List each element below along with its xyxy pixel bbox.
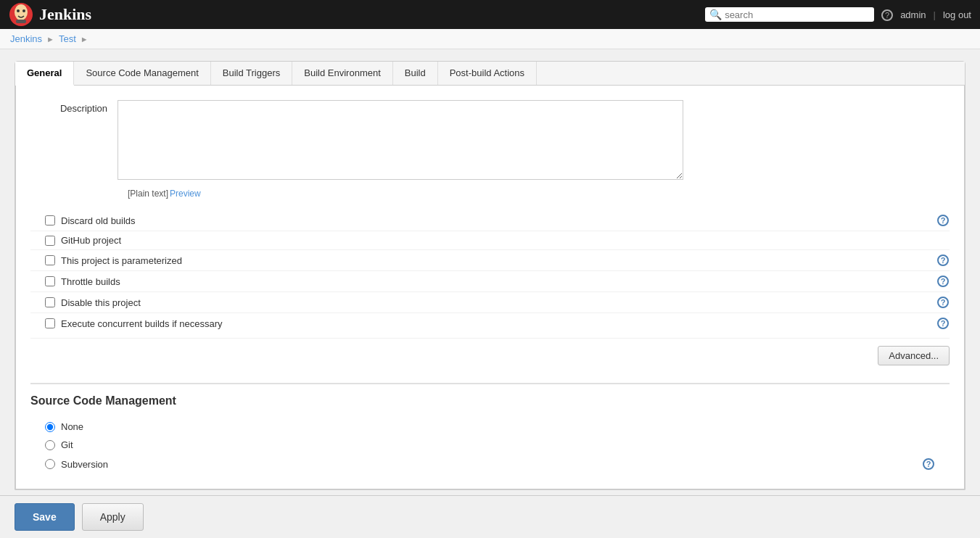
tab-build[interactable]: Build	[393, 62, 438, 85]
checkbox-label-parameterized: This project is parameterized	[61, 255, 182, 266]
plain-text-label: [Plain text]	[128, 189, 168, 199]
scm-title: Source Code Management	[30, 394, 950, 407]
scm-option-git: Git	[30, 436, 950, 454]
checkbox-disable[interactable]	[45, 297, 55, 307]
logo-area: Jenkins	[9, 2, 91, 27]
checkbox-row-parameterized: This project is parameterized?	[30, 249, 950, 270]
advanced-button[interactable]: Advanced...	[878, 346, 950, 365]
scm-options: NoneGitSubversion?	[30, 418, 950, 474]
tabs-container: GeneralSource Code ManagementBuild Trigg…	[15, 61, 965, 490]
tab-post-build[interactable]: Post-build Actions	[438, 62, 537, 85]
radio-label-git: Git	[61, 439, 73, 450]
radio-label-svn: Subversion	[61, 459, 108, 470]
radio-none[interactable]	[45, 422, 55, 432]
app-title: Jenkins	[39, 5, 91, 24]
checkbox-label-discard-old: Discard old builds	[61, 215, 136, 226]
description-textarea[interactable]	[118, 100, 683, 180]
main-content: GeneralSource Code ManagementBuild Trigg…	[0, 49, 980, 502]
checkbox-row-throttle: Throttle builds?	[30, 270, 950, 291]
checkbox-label-github-project: GitHub project	[61, 235, 121, 246]
breadcrumb: Jenkins ► Test ►	[0, 29, 980, 49]
preview-link[interactable]: Preview	[170, 189, 201, 199]
tabs-bar: GeneralSource Code ManagementBuild Trigg…	[15, 62, 965, 86]
scm-section: Source Code Management NoneGitSubversion…	[30, 383, 950, 474]
breadcrumb-test[interactable]: Test	[59, 33, 76, 44]
pipe-separator: |	[934, 9, 936, 20]
header: Jenkins 🔍 ? admin | log out	[0, 0, 980, 29]
breadcrumb-arrow-2: ►	[81, 35, 88, 44]
tab-content: Description [Plain text] Preview Discard…	[15, 86, 965, 489]
search-icon: 🔍	[709, 9, 722, 20]
scm-option-svn: Subversion?	[30, 454, 950, 474]
jenkins-logo-icon	[9, 2, 33, 27]
help-icon[interactable]: ?	[881, 8, 893, 21]
checkbox-label-concurrent: Execute concurrent builds if necessary	[61, 318, 223, 329]
breadcrumb-jenkins[interactable]: Jenkins	[10, 33, 42, 44]
tab-build-environment[interactable]: Build Environment	[292, 62, 393, 85]
checkbox-parameterized[interactable]	[45, 255, 55, 265]
radio-svn[interactable]	[45, 459, 55, 469]
search-wrapper: 🔍	[705, 7, 874, 22]
description-row: Description	[30, 100, 950, 180]
logout-link[interactable]: log out	[943, 9, 971, 20]
help-icon-parameterized[interactable]: ?	[936, 254, 950, 267]
description-label: Description	[30, 100, 118, 114]
svg-point-2	[17, 9, 20, 12]
help-icon-concurrent[interactable]: ?	[936, 317, 950, 330]
checkbox-concurrent[interactable]	[45, 318, 55, 328]
search-input[interactable]	[725, 9, 870, 20]
help-icon-scm-svn[interactable]: ?	[922, 458, 935, 471]
checkbox-row-concurrent: Execute concurrent builds if necessary?	[30, 313, 950, 334]
header-right: 🔍 ? admin | log out	[705, 7, 971, 22]
checkbox-row-discard-old: Discard old builds?	[30, 210, 950, 231]
help-icon-discard-old[interactable]: ?	[936, 214, 950, 227]
tab-general[interactable]: General	[15, 62, 74, 86]
radio-git[interactable]	[45, 440, 55, 450]
admin-link[interactable]: admin	[900, 9, 926, 20]
checkboxes-section: Discard old builds?GitHub projectThis pr…	[30, 210, 950, 334]
tab-scm[interactable]: Source Code Management	[74, 62, 210, 85]
breadcrumb-arrow-1: ►	[46, 35, 54, 44]
tab-build-triggers[interactable]: Build Triggers	[211, 62, 292, 85]
scm-option-none: None	[30, 418, 950, 436]
svg-rect-4	[16, 20, 26, 23]
checkbox-discard-old[interactable]	[45, 215, 55, 225]
checkbox-github-project[interactable]	[45, 236, 55, 246]
help-icon-disable[interactable]: ?	[936, 296, 950, 309]
radio-label-none: None	[61, 421, 83, 432]
help-icon-throttle[interactable]: ?	[936, 275, 950, 288]
advanced-btn-row: Advanced...	[30, 338, 950, 373]
checkbox-row-disable: Disable this project?	[30, 291, 950, 313]
bottom-bar: Save Apply	[0, 495, 980, 502]
checkbox-label-disable: Disable this project	[61, 297, 141, 308]
checkbox-row-github-project: GitHub project	[30, 231, 950, 249]
svg-point-3	[22, 9, 25, 12]
checkbox-throttle[interactable]	[45, 276, 55, 286]
plain-text-row: [Plain text] Preview	[30, 189, 950, 199]
checkbox-label-throttle: Throttle builds	[61, 276, 120, 287]
